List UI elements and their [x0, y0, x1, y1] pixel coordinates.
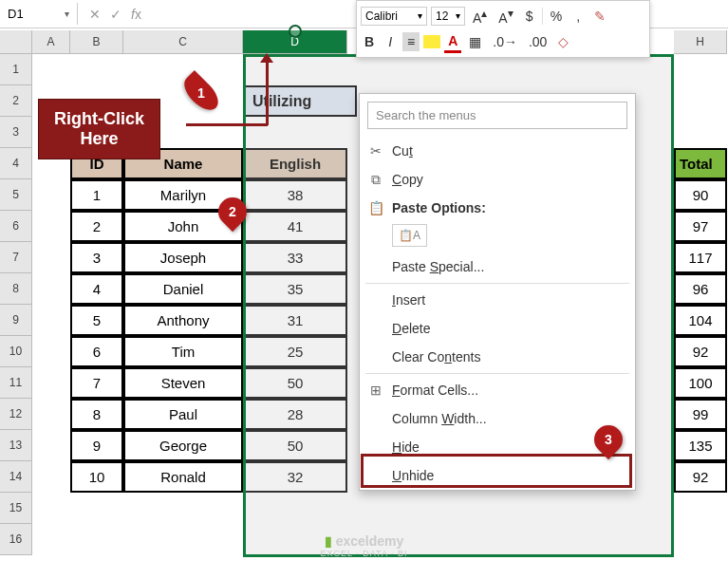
cell-name-9[interactable]: Ronald	[123, 461, 243, 493]
row-header-2[interactable]: 2	[0, 85, 32, 117]
col-header-h[interactable]: H	[674, 30, 727, 54]
row-header-10[interactable]: 10	[0, 336, 32, 367]
watermark: ▮ exceldemy EXCEL · DATA · BI	[321, 533, 408, 558]
menu-paste-special[interactable]: Paste Special...	[360, 252, 635, 281]
fx-icon[interactable]: fx	[127, 5, 145, 24]
cell-total-3[interactable]: 96	[674, 273, 727, 305]
currency-icon[interactable]: $	[521, 7, 538, 26]
menu-cut[interactable]: ✂Cut	[360, 137, 635, 165]
cell-name-5[interactable]: Tim	[123, 336, 243, 367]
cell-id-5[interactable]: 6	[70, 336, 123, 367]
cell-english-2[interactable]: 33	[243, 242, 347, 273]
font-color-button[interactable]: A	[444, 31, 461, 53]
cancel-formula-icon[interactable]: ✕	[85, 5, 104, 24]
cell-name-4[interactable]: Anthony	[123, 305, 243, 336]
cell-total-8[interactable]: 135	[674, 430, 727, 461]
cell-name-2[interactable]: Joseph	[123, 242, 243, 273]
header-english: English	[243, 148, 347, 179]
name-box[interactable]: D1 ▾	[0, 3, 78, 25]
row-header-9[interactable]: 9	[0, 305, 32, 336]
select-all-corner[interactable]	[0, 30, 32, 54]
bold-button[interactable]: B	[361, 32, 378, 51]
row-header-8[interactable]: 8	[0, 273, 32, 305]
cell-total-4[interactable]: 104	[674, 305, 727, 336]
cell-english-8[interactable]: 50	[243, 430, 347, 461]
cell-english-1[interactable]: 41	[243, 211, 347, 242]
cell-english-6[interactable]: 50	[243, 367, 347, 399]
row-header-3[interactable]: 3	[0, 117, 32, 148]
font-select[interactable]: Calibri▾	[361, 7, 427, 26]
italic-button[interactable]: I	[382, 32, 399, 51]
format-painter-icon[interactable]: ✎	[590, 7, 609, 26]
menu-format-cells[interactable]: ⊞Format Cells...	[360, 376, 635, 404]
row-header-6[interactable]: 6	[0, 211, 32, 242]
row-header-13[interactable]: 13	[0, 430, 32, 461]
comma-icon[interactable]: ,	[569, 7, 587, 26]
row-header-11[interactable]: 11	[0, 367, 32, 399]
accept-formula-icon[interactable]: ✓	[106, 5, 125, 24]
cell-total-1[interactable]: 97	[674, 211, 727, 242]
menu-paste-options: 📋Paste Options:	[360, 194, 635, 222]
cell-english-9[interactable]: 32	[243, 461, 347, 493]
copy-icon: ⧉	[367, 172, 384, 188]
row-header-7[interactable]: 7	[0, 242, 32, 273]
cell-total-6[interactable]: 100	[674, 367, 727, 399]
cell-name-7[interactable]: Paul	[123, 399, 243, 430]
cell-total-2[interactable]: 117	[674, 242, 727, 273]
cell-id-2[interactable]: 3	[70, 242, 123, 273]
align-button[interactable]: ≡	[402, 32, 420, 51]
row-header-4[interactable]: 4	[0, 148, 32, 179]
cell-id-4[interactable]: 5	[70, 305, 123, 336]
cell-id-7[interactable]: 8	[70, 399, 123, 430]
menu-unhide[interactable]: Unhide	[360, 461, 635, 490]
col-header-c[interactable]: C	[123, 30, 243, 54]
cell-total-0[interactable]: 90	[674, 179, 727, 211]
menu-search-input[interactable]: Search the menus	[367, 102, 627, 129]
cell-id-6[interactable]: 7	[70, 367, 123, 399]
cell-name-3[interactable]: Daniel	[123, 273, 243, 305]
menu-clear-contents[interactable]: Clear Contents	[360, 343, 635, 371]
grow-font-icon[interactable]: A▴	[469, 5, 491, 28]
header-total: Total	[674, 148, 727, 179]
row-header-16[interactable]: 16	[0, 524, 32, 555]
menu-delete[interactable]: Delete	[360, 314, 635, 343]
cell-id-1[interactable]: 2	[70, 211, 123, 242]
percent-icon[interactable]: %	[547, 7, 566, 26]
border-button[interactable]: ▦	[465, 32, 485, 51]
cell-name-6[interactable]: Steven	[123, 367, 243, 399]
cell-id-3[interactable]: 4	[70, 273, 123, 305]
fill-color-button[interactable]	[423, 35, 440, 48]
menu-column-width[interactable]: Column Width...	[360, 404, 635, 433]
cell-total-9[interactable]: 92	[674, 461, 727, 493]
row-header-5[interactable]: 5	[0, 179, 32, 211]
cell-total-7[interactable]: 99	[674, 399, 727, 430]
cell-id-9[interactable]: 10	[70, 461, 123, 493]
cell-english-7[interactable]: 28	[243, 399, 347, 430]
shrink-font-icon[interactable]: A▾	[495, 5, 516, 28]
cell-english-5[interactable]: 25	[243, 336, 347, 367]
cell-id-0[interactable]: 1	[70, 179, 123, 211]
format-icon: ⊞	[367, 383, 384, 398]
paste-default-icon[interactable]: 📋A	[392, 224, 427, 247]
menu-insert[interactable]: Insert	[360, 286, 635, 314]
decimal-dec-icon[interactable]: .00	[525, 32, 551, 51]
font-size-select[interactable]: 12▾	[431, 7, 465, 26]
row-header-12[interactable]: 12	[0, 399, 32, 430]
col-header-b[interactable]: B	[70, 30, 123, 54]
row-header-1[interactable]: 1	[0, 54, 32, 85]
cell-english-3[interactable]: 35	[243, 273, 347, 305]
cell-total-5[interactable]: 92	[674, 336, 727, 367]
col-header-a[interactable]: A	[32, 30, 70, 54]
cell-id-8[interactable]: 9	[70, 430, 123, 461]
marker-1: 1	[178, 70, 224, 116]
menu-copy[interactable]: ⧉Copy	[360, 165, 635, 194]
chevron-down-icon[interactable]: ▾	[65, 9, 69, 19]
col-header-d[interactable]: D	[243, 30, 347, 54]
row-header-14[interactable]: 14	[0, 461, 32, 493]
cell-english-4[interactable]: 31	[243, 305, 347, 336]
cell-english-0[interactable]: 38	[243, 179, 347, 211]
row-header-15[interactable]: 15	[0, 493, 32, 524]
cell-name-8[interactable]: George	[123, 430, 243, 461]
decimal-inc-icon[interactable]: .0→	[489, 32, 521, 51]
clear-format-icon[interactable]: ◇	[554, 32, 572, 51]
